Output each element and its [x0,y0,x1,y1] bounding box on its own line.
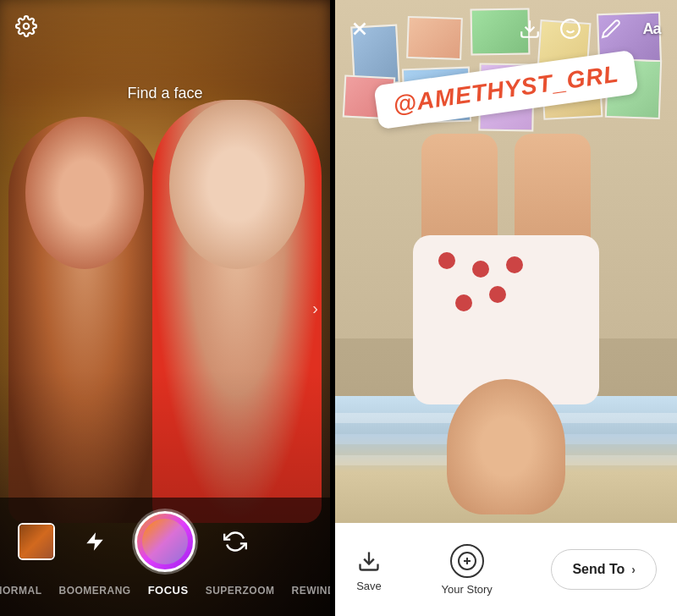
flip-camera-button[interactable] [221,527,250,556]
person-head [447,379,565,514]
upside-down-person [396,134,616,514]
save-label: Save [356,580,382,592]
sticker-button[interactable] [557,15,584,42]
your-story-icon [450,544,484,578]
mode-superzoom[interactable]: SUPERZOOM [206,585,275,597]
send-to-chevron: › [631,563,636,576]
your-story-label: Your Story [442,583,493,596]
camera-bottom-controls: NORMAL BOOMERANG FOCUS SUPERZOOM REWIND [0,498,330,616]
capture-btn-inner [142,519,188,564]
camera-controls-row [0,511,330,572]
text-button[interactable]: Aa [638,15,665,42]
download-button[interactable] [516,15,543,42]
story-top-bar: Aa [347,15,665,42]
your-story-button[interactable]: Your Story [442,544,493,596]
save-button[interactable]: Save [355,547,383,592]
camera-mode-selector: NORMAL BOOMERANG FOCUS SUPERZOOM REWIND [0,584,330,597]
mode-boomerang[interactable]: BOOMERANG [59,585,131,597]
mode-rewind[interactable]: REWIND [292,585,330,597]
story-top-actions: Aa [516,15,665,42]
capture-button[interactable] [135,511,195,572]
close-button[interactable] [347,16,372,41]
svg-point-5 [561,19,580,38]
svg-point-0 [24,24,30,30]
story-bottom-bar: Save Your Story Send To › [335,523,677,616]
send-to-button[interactable]: Send To › [551,549,657,590]
camera-panel: Find a face › [0,0,330,616]
svg-marker-1 [86,532,103,551]
left-top-bar [15,15,315,39]
navigate-right-arrow[interactable]: › [312,299,318,318]
save-icon [355,547,383,575]
flash-toggle[interactable] [80,527,109,556]
story-edit-panel: Aa @AMETHYST_GRL Save [335,0,677,616]
gallery-thumbnail[interactable] [18,523,55,560]
send-to-label: Send To [572,562,625,577]
find-face-label: Find a face [0,85,330,102]
pen-button[interactable] [597,15,625,42]
mode-focus[interactable]: FOCUS [148,584,189,597]
settings-icon[interactable] [15,15,39,39]
mode-normal[interactable]: NORMAL [0,585,42,597]
spacer [275,523,312,560]
